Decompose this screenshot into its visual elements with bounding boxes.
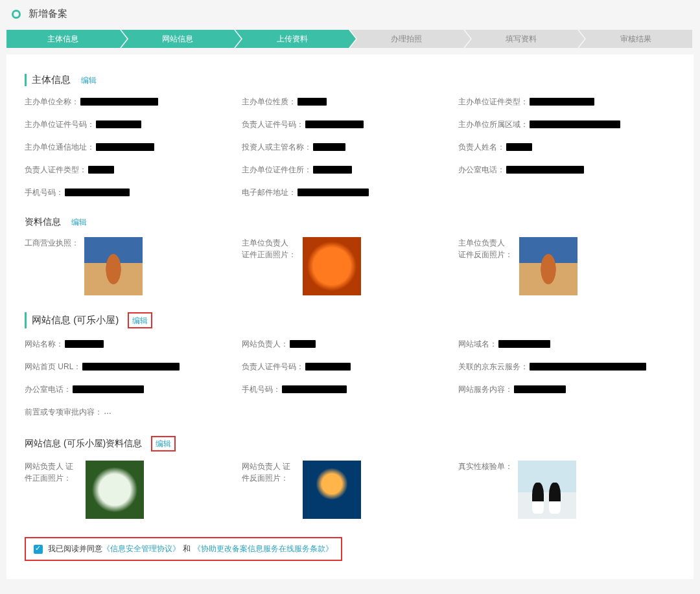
- content-card: 主体信息 编辑 主办单位全称 主办单位证件号码 主办单位通信地址 负责人证件类型…: [6, 54, 694, 579]
- field-site-phone: 办公室电话: [25, 384, 235, 395]
- masked-value: [298, 98, 327, 106]
- masked-value: [290, 340, 316, 348]
- masked-value: [313, 166, 352, 174]
- section-head-main: 主体信息 编辑: [25, 74, 675, 86]
- img-cell-site-back: 网站负责人 证件反面照片：: [242, 461, 459, 519]
- masked-value: [305, 363, 351, 371]
- edit-main-link[interactable]: 编辑: [81, 74, 97, 86]
- field-site-mobile: 手机号码: [242, 384, 452, 395]
- link-security-agreement[interactable]: 《信息安全管理协议》: [102, 543, 180, 554]
- section-head-site-material: 网站信息 (可乐小屋)资料信息 编辑: [25, 436, 675, 451]
- masked-value: [498, 340, 550, 348]
- field-label: 网站名称: [25, 339, 64, 350]
- material-images-row: 工商营业执照： 主单位负责人 证件正面照片： 主单位负责人 证件反面照片：: [25, 237, 675, 295]
- page-title: 新增备案: [29, 8, 67, 20]
- img-cell-owner-back: 主单位负责人 证件反面照片：: [458, 237, 675, 295]
- agree-checkbox[interactable]: [34, 545, 43, 554]
- step-site-info[interactable]: 网站信息: [121, 30, 235, 48]
- thumbnail-license[interactable]: [84, 237, 143, 295]
- field-label: 办公室电话: [25, 384, 71, 395]
- image-label: 网站负责人 证件反面照片：: [242, 461, 298, 484]
- thumbnail-owner-back[interactable]: [519, 237, 578, 295]
- masked-value: [82, 363, 180, 371]
- image-label: 网站负责人 证件正面照片：: [25, 461, 80, 484]
- field-org-nature: 主办单位性质: [242, 97, 452, 108]
- step-label: 网站信息: [162, 34, 193, 43]
- field-value: …: [104, 407, 111, 416]
- masked-value: [514, 385, 566, 393]
- step-label: 办理拍照: [391, 34, 422, 43]
- edit-material-link[interactable]: 编辑: [71, 217, 87, 228]
- section-title: 资料信息: [25, 216, 61, 227]
- masked-value: [96, 143, 154, 151]
- section-head-site: 网站信息 (可乐小屋) 编辑: [25, 312, 675, 328]
- field-label: 主办单位证件住所: [242, 165, 312, 176]
- field-jdcloud-service: 关联的京东云服务: [458, 361, 669, 372]
- field-site-owner-cert: 负责人证件号码: [242, 361, 452, 372]
- field-label: 办公室电话: [458, 165, 505, 176]
- main-col-3: 主办单位证件类型 主办单位所属区域 负责人姓名 办公室电话: [458, 97, 675, 210]
- step-upload[interactable]: 上传资料: [235, 30, 349, 48]
- page-header: 新增备案: [0, 0, 700, 30]
- masked-value: [506, 166, 584, 174]
- masked-value: [530, 98, 594, 106]
- thumbnail-verify-sheet[interactable]: [518, 461, 576, 519]
- field-site-name: 网站名称: [25, 339, 235, 350]
- img-cell-verify-sheet: 真实性核验单：: [458, 461, 675, 519]
- field-mobile: 手机号码: [25, 187, 235, 198]
- edit-site-material-link[interactable]: 编辑: [156, 439, 171, 450]
- section-head-material: 资料信息 编辑: [25, 216, 675, 228]
- field-label: 负责人证件号码: [242, 361, 304, 372]
- link-service-terms[interactable]: 《协助更改备案信息服务在线服务条款》: [193, 543, 333, 554]
- site-info-grid: 网站名称 网站首页 URL 办公室电话 前置或专项审批内容… 网站负责人 负责人…: [25, 339, 675, 429]
- masked-value: [73, 385, 144, 393]
- step-label: 上传资料: [277, 34, 308, 43]
- site-col-1: 网站名称 网站首页 URL 办公室电话 前置或专项审批内容…: [25, 339, 242, 429]
- masked-value: [282, 385, 347, 393]
- section-title: 主体信息: [32, 74, 71, 85]
- field-org-cert-no: 主办单位证件号码: [25, 119, 235, 130]
- masked-value: [65, 340, 104, 348]
- step-bar: 主体信息 网站信息 上传资料 办理拍照 填写资料 审核结果: [6, 30, 694, 48]
- main-col-1: 主办单位全称 主办单位证件号码 主办单位通信地址 负责人证件类型 手机号码: [25, 97, 242, 210]
- image-label: 主单位负责人 证件反面照片：: [458, 237, 514, 260]
- field-label: 手机号码: [242, 384, 281, 395]
- field-label: 主办单位通信地址: [25, 142, 95, 153]
- agree-highlight-box: 我已阅读并同意 《信息安全管理协议》 和 《协助更改备案信息服务在线服务条款》: [25, 537, 342, 561]
- field-investor: 投资人或主管名称: [242, 142, 452, 153]
- image-label: 工商营业执照：: [25, 237, 79, 249]
- thumbnail-site-front[interactable]: [86, 461, 144, 519]
- field-label: 网站域名: [458, 339, 497, 350]
- field-label: 网站负责人: [242, 339, 288, 350]
- field-label: 主办单位性质: [242, 97, 296, 108]
- field-org-region: 主办单位所属区域: [458, 119, 669, 130]
- field-org-cert-type: 主办单位证件类型: [458, 97, 669, 108]
- step-main-info[interactable]: 主体信息: [6, 30, 120, 48]
- masked-value: [313, 143, 345, 151]
- edit-site-link[interactable]: 编辑: [132, 315, 148, 326]
- step-result[interactable]: 审核结果: [579, 30, 692, 48]
- thumbnail-site-back[interactable]: [303, 461, 361, 519]
- field-org-fullname: 主办单位全称: [25, 97, 235, 108]
- field-owner-cert-no: 负责人证件号码: [242, 119, 452, 130]
- field-label: 手机号码: [25, 187, 64, 198]
- field-label: 网站服务内容: [458, 384, 513, 395]
- site-col-2: 网站负责人 负责人证件号码 手机号码: [242, 339, 459, 429]
- img-cell-license: 工商营业执照：: [25, 237, 242, 295]
- agree-and: 和: [183, 543, 191, 554]
- img-cell-site-front: 网站负责人 证件正面照片：: [25, 461, 242, 519]
- thumbnail-owner-front[interactable]: [303, 237, 361, 295]
- site-col-3: 网站域名 关联的京东云服务 网站服务内容: [458, 339, 675, 429]
- step-photo[interactable]: 办理拍照: [350, 30, 463, 48]
- field-label: 主办单位所属区域: [458, 119, 528, 130]
- title-bullet-icon: [12, 10, 21, 19]
- field-site-service-content: 网站服务内容: [458, 384, 669, 395]
- highlight-edit-site: 编辑: [128, 312, 152, 328]
- step-fill[interactable]: 填写资料: [465, 30, 578, 48]
- main-col-2: 主办单位性质 负责人证件号码 投资人或主管名称 主办单位证件住所 电子邮件地址: [242, 97, 459, 210]
- masked-value: [298, 188, 369, 196]
- masked-value: [530, 120, 620, 128]
- image-label: 真实性核验单：: [458, 461, 513, 472]
- field-site-owner: 网站负责人: [242, 339, 452, 350]
- field-owner-cert-type: 负责人证件类型: [25, 165, 235, 176]
